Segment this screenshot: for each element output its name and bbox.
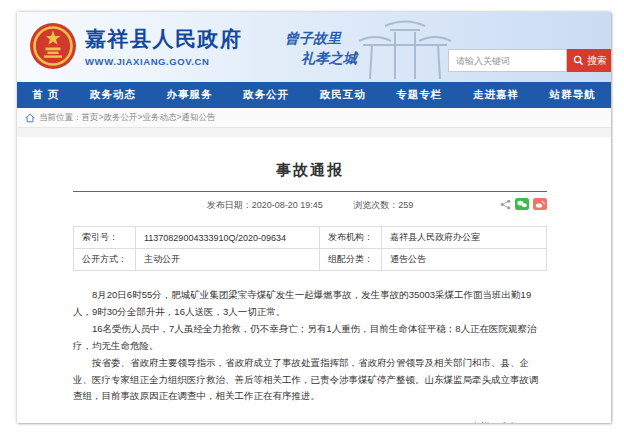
issuing-agency-value: 嘉祥县人民政府办公室 <box>381 227 546 249</box>
site-header: 嘉祥县人民政府 WWW.JIAXIANG.GOV.CN 曾子故里 礼孝之城 <box>17 12 611 82</box>
disclosure-method-value: 主动公开 <box>136 249 320 271</box>
national-emblem-logo <box>29 22 77 70</box>
site-url: WWW.JIAXIANG.GOV.CN <box>85 56 243 67</box>
category-value: 通告公告 <box>381 249 546 271</box>
paragraph: 8月20日6时55分，肥城矿业集团梁宝寺煤矿发生一起爆燃事故，发生事故的3500… <box>73 287 547 321</box>
site-title: 嘉祥县人民政府 <box>85 25 243 53</box>
nav-item-home[interactable]: 首 页 <box>28 88 63 102</box>
search-button-label: 搜索 <box>587 54 607 68</box>
table-row: 公开方式： 主动公开 组配分类： 通告公告 <box>74 249 547 271</box>
nav-item-gov-info[interactable]: 政务公开 <box>239 88 293 102</box>
breadcrumb-label: 当前位置： <box>39 112 82 124</box>
nav-item-site-directory[interactable]: 站群导航 <box>546 88 600 102</box>
category-label: 组配分类： <box>319 249 381 271</box>
brand-block: 嘉祥县人民政府 WWW.JIAXIANG.GOV.CN <box>85 25 243 67</box>
search-input[interactable] <box>448 49 567 72</box>
article-title: 事故通报 <box>73 161 547 180</box>
search-icon <box>573 55 584 66</box>
table-row: 索引号： 11370829004333910Q/2020-09634 发布机构：… <box>74 227 547 249</box>
content-divider-strip <box>17 128 611 137</box>
breadcrumb: 当前位置： 首页>政务公开>业务动态>通知公告 <box>17 108 611 128</box>
paragraph: 按省委、省政府主要领导指示，省政府成立了事故处置指挥部，省政府分管领导及相关部门… <box>73 355 547 406</box>
weibo-share-icon[interactable] <box>533 198 547 210</box>
main-nav: 首 页 政务动态 办事服务 政务公开 政民互动 专题专栏 走进嘉祥 站群导航 <box>17 82 611 108</box>
nav-item-services[interactable]: 办事服务 <box>162 88 216 102</box>
share-icon[interactable] <box>500 199 511 210</box>
nav-item-interaction[interactable]: 政民互动 <box>316 88 370 102</box>
nav-item-gov-news[interactable]: 政务动态 <box>86 88 140 102</box>
search-button[interactable]: 搜索 <box>567 49 611 72</box>
breadcrumb-path[interactable]: 首页>政务公开>业务动态>通知公告 <box>82 112 216 124</box>
article-panel: 事故通报 发布日期：2020-08-20 19:45 浏览次数：259 <box>17 137 611 423</box>
index-number-value: 11370829004333910Q/2020-09634 <box>136 227 320 249</box>
article-meta: 发布日期：2020-08-20 19:45 浏览次数：259 <box>73 192 547 221</box>
site-page: 嘉祥县人民政府 WWW.JIAXIANG.GOV.CN 曾子故里 礼孝之城 <box>17 12 611 423</box>
article-signature: 嘉祥县应急管理局 2020年8月20日 <box>73 418 547 423</box>
index-number-label: 索引号： <box>74 227 136 249</box>
nav-item-special-topics[interactable]: 专题专栏 <box>392 88 446 102</box>
share-toolbar <box>500 198 547 210</box>
signature-org: 嘉祥县应急管理局 <box>73 418 547 423</box>
paragraph: 16名受伤人员中，7人虽经全力抢救，仍不幸身亡；另有1人重伤，目前生命体征平稳；… <box>73 321 547 355</box>
view-count: 浏览次数：259 <box>353 200 413 210</box>
search-bar: 搜索 <box>448 49 611 72</box>
disclosure-method-label: 公开方式： <box>74 249 136 271</box>
issuing-agency-label: 发布机构： <box>319 227 381 249</box>
publish-date: 发布日期：2020-08-20 19:45 <box>207 200 323 210</box>
article-body: 8月20日6时55分，肥城矿业集团梁宝寺煤矿发生一起爆燃事故，发生事故的3500… <box>73 287 547 405</box>
home-icon <box>25 113 35 123</box>
wechat-share-icon[interactable] <box>515 198 529 210</box>
document-info-table: 索引号： 11370829004333910Q/2020-09634 发布机构：… <box>73 226 547 271</box>
nav-item-about-jiaxiang[interactable]: 走进嘉祥 <box>469 88 523 102</box>
